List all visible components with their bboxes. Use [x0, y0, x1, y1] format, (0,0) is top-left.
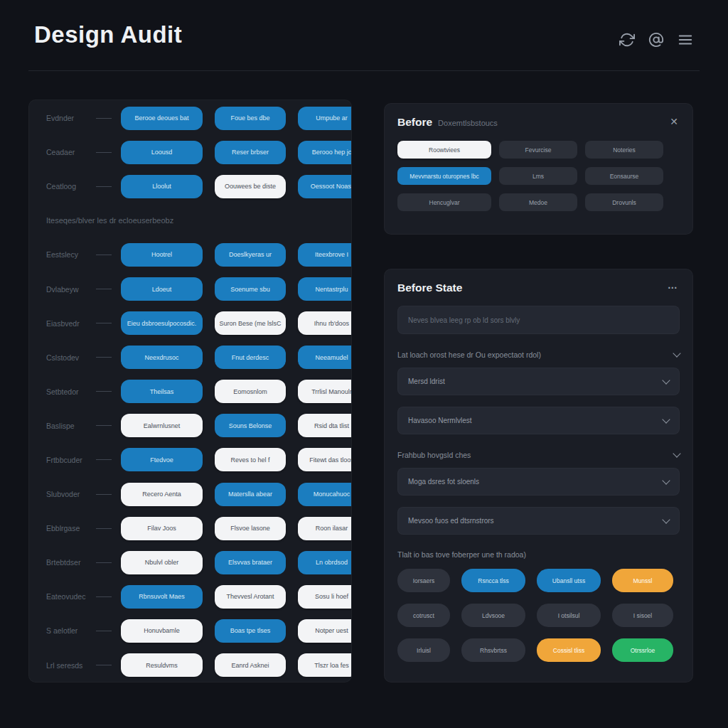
chip-button[interactable]: Fevurcise	[499, 141, 577, 159]
header-toolbar	[619, 31, 694, 48]
row-label: Ceadaer	[46, 148, 96, 156]
component-button[interactable]: Reves to hel f	[215, 448, 286, 471]
component-button[interactable]: Monucahuoc	[298, 483, 352, 506]
component-button[interactable]: Suron Bese (me lslsC	[215, 311, 286, 335]
component-button[interactable]: Roon ilasar	[298, 517, 352, 540]
component-button[interactable]: Resuldvms	[121, 653, 203, 677]
chip-button[interactable]: Rsncca tlss	[461, 569, 525, 592]
component-button[interactable]: Berooo hep jc	[298, 141, 352, 164]
chip-button[interactable]: Ldvsooe	[461, 604, 525, 627]
connector-line	[96, 289, 112, 289]
chip-button[interactable]: Roowtviees	[397, 141, 491, 159]
row-label: Evdnder	[46, 114, 96, 122]
chevron-down-icon[interactable]	[673, 349, 680, 357]
chip-button[interactable]: Eonsaurse	[585, 167, 663, 185]
chip-button[interactable]: Rhsvbrtss	[461, 638, 525, 662]
component-button[interactable]: Oouwees be diste	[215, 175, 286, 198]
chip-button[interactable]: Medoe	[499, 193, 577, 211]
component-button[interactable]: Filav Joos	[121, 517, 203, 540]
component-button[interactable]: Doeslkyeras ur	[215, 243, 286, 267]
component-button[interactable]: Fnut derdesc	[215, 346, 286, 369]
select-2[interactable]: Havasoo Nermlvlest	[397, 407, 680, 434]
chevron-down-icon	[662, 515, 670, 523]
component-button[interactable]: Ldoeut	[121, 277, 203, 301]
field-label-3: Tlalt io bas tove foberper une th radoa)	[397, 550, 680, 559]
component-button[interactable]: Eomosnlom	[215, 380, 286, 403]
component-button[interactable]: Materslla abear	[215, 483, 286, 506]
component-button[interactable]: Notper uest	[298, 619, 352, 643]
component-button[interactable]: Eieu dsbroesulpocosdic.	[121, 311, 203, 335]
chip-button[interactable]: Lms	[499, 167, 577, 185]
connector-line	[96, 425, 112, 426]
component-button[interactable]: Eanrd Asknei	[215, 653, 286, 677]
component-button[interactable]: Soenume sbu	[215, 277, 286, 301]
chip-button[interactable]: Munssl	[612, 569, 673, 592]
component-button[interactable]: Loousd	[121, 141, 203, 164]
before-card-title: Before	[397, 116, 432, 129]
menu-icon[interactable]	[677, 31, 694, 48]
component-row: CslstodevNeexdrusocFnut derdescNeeamudel	[46, 341, 351, 375]
chip-button[interactable]: Ubansll utss	[537, 569, 601, 592]
component-button[interactable]: Umpube ar	[298, 107, 352, 130]
component-button[interactable]: Sosu li hoef	[298, 585, 352, 609]
component-row: EvdnderBerooe deoues batFoue bes dbeUmpu…	[46, 101, 351, 135]
component-button[interactable]: Souns Belonse	[215, 414, 286, 437]
component-button[interactable]: Iteexbrove I	[298, 243, 352, 267]
component-button[interactable]: Trrlisl Manoulr	[298, 380, 352, 403]
select-4[interactable]: Mevsoo fuos ed dtsrnstrors	[397, 507, 680, 535]
sync-icon[interactable]	[619, 31, 636, 48]
component-button[interactable]: Boas tpe tlses	[215, 619, 286, 643]
component-button[interactable]: Theilsas	[121, 380, 203, 403]
chevron-down-icon[interactable]	[673, 449, 680, 457]
component-button[interactable]: Ftedvoe	[121, 448, 203, 471]
component-button[interactable]: Tlszr loa fes	[298, 653, 352, 677]
select-3-value: Moga dsres fot sloenls	[408, 478, 479, 486]
chip-button[interactable]: I otsilsul	[537, 604, 601, 627]
close-icon[interactable]: ✕	[667, 114, 681, 129]
chip-button[interactable]: Irluisl	[397, 638, 450, 662]
component-button[interactable]: Nentastrplu	[298, 277, 352, 301]
chip-button[interactable]: Noteries	[585, 141, 663, 159]
chip-button[interactable]: Otrssrloe	[612, 638, 673, 662]
more-options-icon[interactable]: ⋯	[665, 279, 681, 295]
component-button[interactable]: Nbulvl obler	[121, 551, 203, 574]
select-1[interactable]: Mersd ldrist	[397, 368, 680, 395]
chip-button[interactable]: Drovunls	[585, 193, 663, 211]
state-text-input[interactable]	[397, 306, 680, 334]
connector-line	[96, 562, 112, 563]
component-button[interactable]: Foue bes dbe	[215, 107, 286, 130]
component-button[interactable]: Hootrel	[121, 243, 203, 267]
component-button[interactable]: Elsvvas brataer	[215, 551, 286, 574]
component-button[interactable]: Rsid dta tlist	[298, 414, 352, 437]
chip-button[interactable]: Iorsaers	[397, 569, 450, 592]
component-button[interactable]: Ihnu rb'doos	[298, 311, 352, 335]
chip-button[interactable]: cotrusct	[397, 604, 450, 627]
chip-button[interactable]: Mevvnarstu oturopnes lbc	[397, 167, 491, 185]
connector-line	[96, 118, 112, 119]
chevron-down-icon	[662, 415, 670, 423]
before-chip-grid: RoowtvieesFevurciseNoteriesMevvnarstu ot…	[397, 141, 680, 211]
component-button[interactable]: Lloolut	[121, 175, 203, 198]
component-row: S aelotlerHonuvbamleBoas tpe tlsesNotper…	[46, 614, 351, 648]
at-sign-icon[interactable]	[648, 31, 665, 48]
component-button[interactable]: Reser brbser	[215, 141, 286, 164]
connector-line	[96, 255, 112, 255]
component-button[interactable]: Recero Aenta	[121, 483, 203, 506]
component-button[interactable]: Oessoot Noast	[298, 175, 352, 198]
chevron-down-icon	[662, 376, 670, 384]
component-button[interactable]: Ealwrnlusnet	[121, 414, 203, 437]
component-button[interactable]: Neeamudel	[298, 346, 352, 369]
component-button[interactable]: Flsvoe lasone	[215, 517, 286, 540]
select-3[interactable]: Moga dsres fot sloenls	[397, 468, 680, 496]
chip-button[interactable]: Cossisl tliss	[537, 638, 601, 662]
chip-button[interactable]: Hencuglvar	[397, 193, 491, 211]
component-button[interactable]: Honuvbamle	[121, 619, 203, 643]
component-button[interactable]: Thevvesl Arotant	[215, 585, 286, 609]
component-button[interactable]: Ln obrdsod	[298, 551, 352, 574]
component-button[interactable]: Fitewt das tloos	[298, 448, 352, 471]
chip-button[interactable]: I sisoel	[612, 604, 673, 627]
row-label: Brtebtdser	[46, 558, 96, 567]
component-button[interactable]: Neexdrusoc	[121, 346, 203, 369]
component-button[interactable]: Berooe deoues bat	[121, 107, 203, 130]
component-button[interactable]: Rbnsuvolt Maes	[121, 585, 203, 609]
